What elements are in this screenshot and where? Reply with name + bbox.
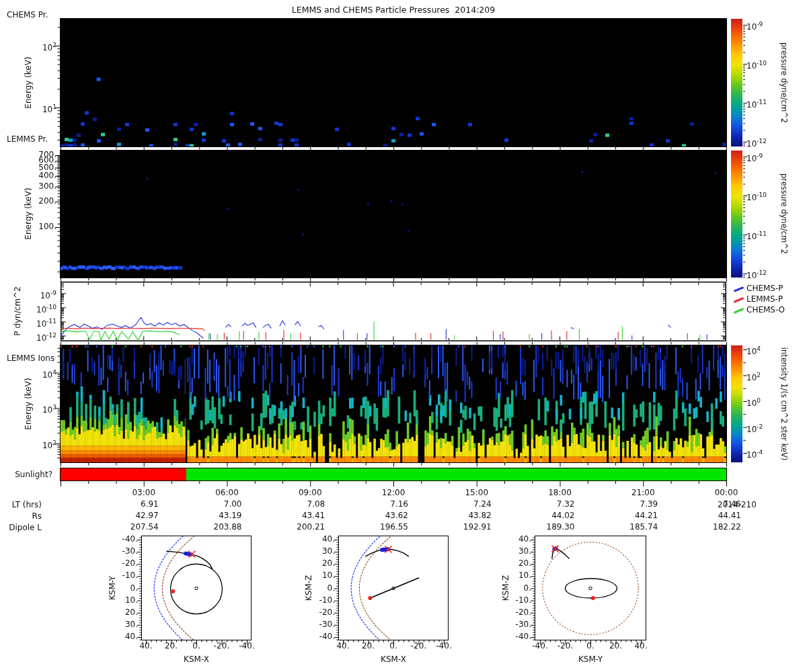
orbit-ytick-label: 20. [108,608,138,617]
info-row-value: 7.08 [271,500,325,509]
info-row-value: 203.88 [188,523,242,532]
orbit-ytick-label: -20. [501,608,531,617]
info-row-value: 43.62 [354,511,408,520]
colorbar4-tick-label: 104 [746,345,761,356]
sunlight-bar [60,468,727,481]
orbit-ytick-label: -40. [305,632,335,641]
time-tick-label: 12:00 [367,489,420,497]
sunlight-label: Sunlight? [0,470,52,479]
energy-axis-label-lemms: Energy (keV) [24,187,33,239]
legend-label-chems-p: CHEMS-P [746,284,783,293]
colorbar2-tick-label: 10-10 [746,191,767,202]
orbit-xtick-label: -40. [427,642,461,650]
lemms-ytick-label: 200. [16,197,56,206]
orbit-ytick-label: 20. [305,559,335,568]
lemms-pressure-spectrogram [60,150,727,278]
orbit-ytick-label: 30. [501,547,531,556]
orbit-ytick-label: -30. [305,620,335,629]
orbit-ytick-label: -40. [108,535,138,544]
row-label-rs: Rs [0,511,42,521]
pressure-ytick-label: 10-11 [16,317,56,329]
colorbar-title-intensity: intensity 1/(s cm^2 ster keV) [779,347,789,461]
colorbar-pressure-2 [731,151,742,278]
orbit-xtick-label: -40. [230,642,264,650]
ions-ytick-label: 104 [16,368,56,380]
chems-pressure-label: CHEMS Pr. [7,10,48,19]
pressure-ytick-label: 10-10 [16,303,56,314]
ions-ytick-label: 103 [16,403,56,415]
info-row-value: 43.82 [438,511,492,520]
pressure-ytick-label: 10-9 [16,289,56,300]
time-tick-label: 09:00 [283,489,337,497]
pressure-line-plot [61,282,726,341]
orbit-ytick-label: 40. [501,535,531,544]
chems-ytick-label: 102 [16,41,56,52]
colorbar4-tick-label: 10-4 [746,448,763,460]
info-row-value: 7.32 [521,500,575,509]
energy-axis-label-chems: Energy (keV) [24,56,33,108]
colorbar-title-pressure-1: pressure dyne/cm^2 [779,42,789,123]
info-row-value: 185.74 [604,523,658,532]
time-tick-label: 00:00 [699,489,753,497]
info-row-value: 44.41 [687,511,741,520]
colorbar1-tick-label: 10-11 [746,98,767,110]
colorbar4-tick-label: 100 [746,396,761,408]
colorbar-pressure-1 [731,19,742,146]
orbit-ytick-label: 0. [501,584,531,593]
lemms-ytick-label: 100. [16,222,56,231]
orbit-ytick-label: 10. [108,596,138,605]
sunlight-segment-yes [186,468,726,480]
pressure-line-canvas [61,282,726,341]
orbit-ytick-label: 10. [501,571,531,580]
colorbar1-tick-label: 10-12 [746,137,767,149]
colorbar2-tick-label: 10-11 [746,230,767,241]
info-row-value: 7.00 [188,500,242,509]
legend-sample-chems-p [734,286,744,292]
lemms-ytick-label: 400. [16,171,56,180]
colorbar-title-pressure-2: pressure dyne/cm^2 [779,173,789,254]
legend-sample-chems-o [734,308,744,313]
info-row-value: 7.46 [687,500,741,509]
info-row-value: 189.30 [521,523,575,532]
lemms-pressure-label: LEMMS Pr. [7,134,48,144]
orbit-plot-ksmx-ksmz [338,536,449,640]
info-row-value: 43.19 [188,511,242,520]
orbit-ytick-label: 40. [108,632,138,641]
legend-sample-lemms-p [734,297,744,302]
colorbar2-tick-label: 10-12 [746,269,767,280]
orbit-ytick-label: 40. [305,535,335,544]
info-row-value: 207.54 [105,523,159,532]
chems-pressure-canvas [61,19,726,146]
time-tick-label: 18:00 [533,489,587,497]
orbit-ytick-label: 30. [305,547,335,556]
lemms-ions-canvas [61,345,726,462]
orbit2-xaxis-label: KSM-X [381,655,406,664]
orbit-ytick-label: -10. [305,596,335,605]
info-row-value: 44.21 [604,511,658,520]
time-tick-label: 06:00 [200,489,254,497]
orbit-ytick-label: -10. [108,571,138,580]
info-row-value: 42.97 [105,511,159,520]
legend-label-lemms-p: LEMMS-P [746,294,783,304]
time-tick-label: 03:00 [117,489,171,497]
info-row-value: 6.91 [105,500,159,509]
colorbar1-tick-label: 10-9 [746,20,763,32]
info-row-value: 7.24 [438,500,492,509]
info-row-value: 43.41 [271,511,325,520]
orbit-ytick-label: -40. [501,632,531,641]
figure: LEMMS and CHEMS Particle Pressures 2014:… [0,0,807,672]
colorbar-intensity [731,345,742,462]
orbit-ytick-label: 20. [501,559,531,568]
orbit-ytick-label: 30. [108,620,138,629]
sunlight-segment-no [61,468,186,480]
page-title: LEMMS and CHEMS Particle Pressures 2014:… [292,5,495,15]
colorbar4-tick-label: 102 [746,371,761,382]
chems-ytick-label: 101 [16,103,56,114]
info-row-value: 182.22 [687,523,741,532]
info-row-value: 200.21 [271,523,325,532]
lemms-pressure-canvas [61,151,726,278]
orbit-ytick-label: 0. [305,584,335,593]
time-tick-label: 21:00 [616,489,670,497]
colorbar4-tick-label: 10-2 [746,423,763,434]
orbit-ytick-label: -30. [501,620,531,629]
